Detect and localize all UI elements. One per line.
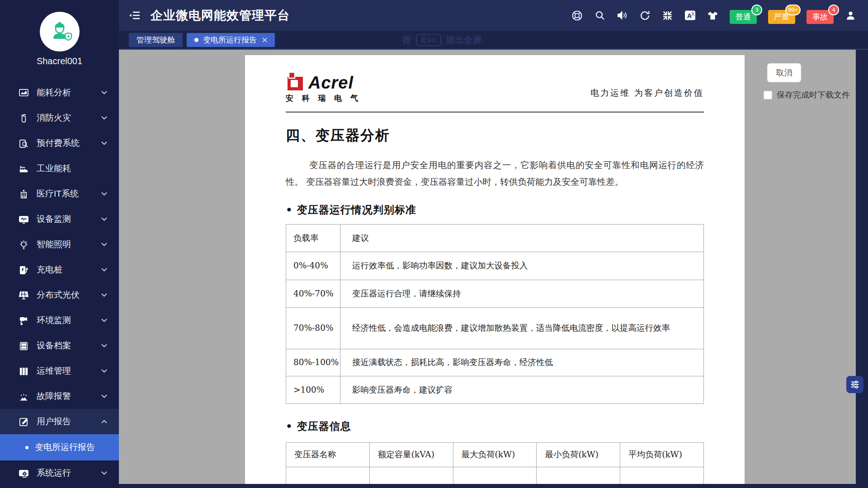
collapse-sidebar-icon[interactable] [129, 10, 141, 20]
chevron-down-icon [101, 192, 107, 196]
tab-substation-report[interactable]: 变电所运行报告 [187, 33, 275, 47]
sidebar: Shacrel001 能耗分析 消防火灾 预付费系统 [0, 0, 119, 488]
table-cell: 70%-80% [286, 308, 340, 349]
solar-panel-icon [18, 290, 29, 300]
alert-badge-normal[interactable]: 普通 3 [730, 10, 757, 24]
report-paragraph: 变压器的合理运行是用户安全用电的重要内容之一，它影响着供电的安全可靠性和电网运行… [286, 157, 704, 190]
table-header-cell: 变压器名称 [286, 443, 370, 467]
tab-bar: 管理驾驶舱 变电所运行报告 按 Esc 退出全屏 [119, 31, 868, 50]
report-subsection-criteria: • 变压器运行情况判别标准 [286, 203, 704, 217]
table-header-cell: 额定容量(kVA) [369, 443, 453, 467]
sidebar-item-label: 消防火灾 [37, 112, 71, 124]
table-cell: 经济性低，会造成电能浪费，建议增加散热装置，适当降低电流密度，以提高运行效率 [340, 308, 704, 349]
sidebar-item-label: 智能照明 [37, 239, 71, 250]
edit-square-icon [18, 416, 29, 427]
sidebar-menu: 能耗分析 消防火灾 预付费系统 工业能耗 [0, 80, 119, 486]
table-cell: 变压器运行合理，请继续保持 [340, 280, 704, 308]
sidebar-item-label: 系统运行 [37, 467, 71, 479]
right-edge-strip [856, 50, 868, 488]
table-row: 80%-100% 接近满载状态，损耗比高，影响变压器寿命，经济性低 [286, 349, 704, 376]
sidebar-item-energy-analysis[interactable]: 能耗分析 [0, 80, 119, 105]
table-header-cell: 最大负荷(kW) [453, 443, 537, 467]
report-page: Acrel 安 科 瑞 电 气 电力运维 为客户创造价值 四、变压器分析 变压器… [245, 55, 745, 484]
table-cell: 80%-100% [286, 349, 340, 376]
chevron-down-icon [101, 394, 107, 398]
sidebar-item-device-archive[interactable]: 设备档案 [0, 333, 119, 358]
avatar[interactable] [40, 12, 80, 52]
table-row: 负载率 建议 [286, 225, 704, 252]
brand-name: Acrel [308, 74, 354, 91]
sidebar-item-smart-lighting[interactable]: 智能照明 [0, 232, 119, 257]
acrel-logo: Acrel 安 科 瑞 电 气 [286, 71, 361, 103]
volume-icon[interactable] [617, 10, 628, 21]
sidebar-item-charging-pile[interactable]: 充电桩 [0, 257, 119, 282]
sidebar-item-user-report[interactable]: 用户报告 [0, 409, 119, 434]
table-cell [537, 467, 620, 484]
table-row [286, 467, 704, 484]
download-checkbox[interactable] [764, 91, 772, 99]
table-header-cell: 建议 [340, 225, 704, 252]
sidebar-item-distributed-pv[interactable]: 分布式光伏 [0, 282, 119, 308]
sidebar-item-system-run[interactable]: 系统运行 [0, 460, 119, 486]
search-icon[interactable] [594, 10, 605, 21]
sidebar-item-fire-safety[interactable]: 消防火灾 [0, 105, 119, 131]
sidebar-item-medical-it[interactable]: 医疗IT系统 [0, 181, 119, 206]
chart-icon [18, 87, 29, 98]
active-tab-dot [194, 38, 198, 42]
sidebar-item-prepaid-system[interactable]: 预付费系统 [0, 131, 119, 156]
table-row: 40%-70% 变压器运行合理，请继续保持 [286, 280, 704, 308]
page-title: 企业微电网能效管理平台 [151, 7, 290, 23]
theme-shirt-icon[interactable] [707, 10, 718, 21]
sidebar-item-fault-alarm[interactable]: 故障报警 [0, 384, 119, 409]
brand-slogan: 电力运维 为客户创造价值 [590, 87, 704, 103]
sidebar-item-environment-monitoring[interactable]: 环境监测 [0, 308, 119, 333]
sidebar-item-label: 环境监测 [37, 314, 71, 326]
refresh-icon[interactable] [639, 10, 651, 21]
sidebar-item-device-monitoring[interactable]: 设备监测 [0, 206, 119, 232]
badge-count: 3 [751, 5, 762, 15]
chevron-down-icon [101, 369, 107, 373]
prepaid-card-icon [18, 138, 29, 149]
header-rule [286, 112, 704, 113]
tab-dashboard[interactable]: 管理驾驶舱 [129, 33, 183, 47]
table-cell [453, 467, 537, 484]
user-icon[interactable] [845, 10, 856, 21]
sidebar-item-ops-management[interactable]: 运维管理 [0, 358, 119, 384]
chevron-down-icon [101, 344, 107, 347]
table-row: 0%-40% 运行效率低，影响功率因数，建议加大设备投入 [286, 252, 704, 280]
report-subsection-info: • 变压器信息 [286, 419, 704, 433]
close-tab-icon[interactable] [262, 38, 267, 42]
bullet-dot [25, 446, 28, 449]
table-cell [286, 467, 370, 484]
chevron-down-icon [101, 91, 107, 94]
settings-sliders-button[interactable] [846, 376, 863, 393]
chevron-down-icon [101, 141, 107, 145]
fullscreen-exit-hint: 按 Esc 退出全屏 [402, 34, 482, 46]
transformer-info-table: 变压器名称 额定容量(kVA) 最大负荷(kW) 最小负荷(kW) 平均负荷(k… [286, 442, 704, 484]
translate-icon[interactable]: A文 [684, 10, 696, 21]
sidebar-item-label: 设备监测 [37, 213, 71, 225]
alert-badge-severe[interactable]: 严重 99+ [768, 10, 795, 24]
table-cell: >100% [286, 376, 340, 404]
svg-text:文: 文 [691, 11, 695, 16]
acrel-logo-mark [286, 71, 305, 91]
table-cell [620, 467, 704, 484]
sidebar-item-industrial-energy[interactable]: 工业能耗 [0, 156, 119, 181]
table-header-cell: 负载率 [286, 225, 340, 252]
cancel-button[interactable]: 取消 [767, 63, 801, 82]
monitor-wave-icon [18, 214, 29, 225]
tab-label: 变电所运行报告 [203, 35, 257, 45]
fire-extinguisher-icon [18, 113, 29, 123]
sidebar-item-label: 用户报告 [37, 416, 71, 427]
sidebar-subitem-substation-report[interactable]: 变电所运行报告 [0, 434, 119, 460]
chevron-down-icon [101, 293, 107, 297]
engineer-avatar-icon [47, 19, 72, 44]
sidebar-item-label: 能耗分析 [37, 87, 71, 99]
lifebuoy-icon[interactable] [571, 10, 583, 21]
compress-icon[interactable] [662, 10, 673, 21]
alert-badge-accident[interactable]: 事故 4 [807, 10, 834, 24]
sidebar-subitem-label: 变电所运行报告 [35, 441, 95, 453]
chevron-down-icon [101, 319, 107, 322]
sidebar-item-label: 设备档案 [37, 340, 71, 352]
chevron-down-icon [101, 116, 107, 120]
